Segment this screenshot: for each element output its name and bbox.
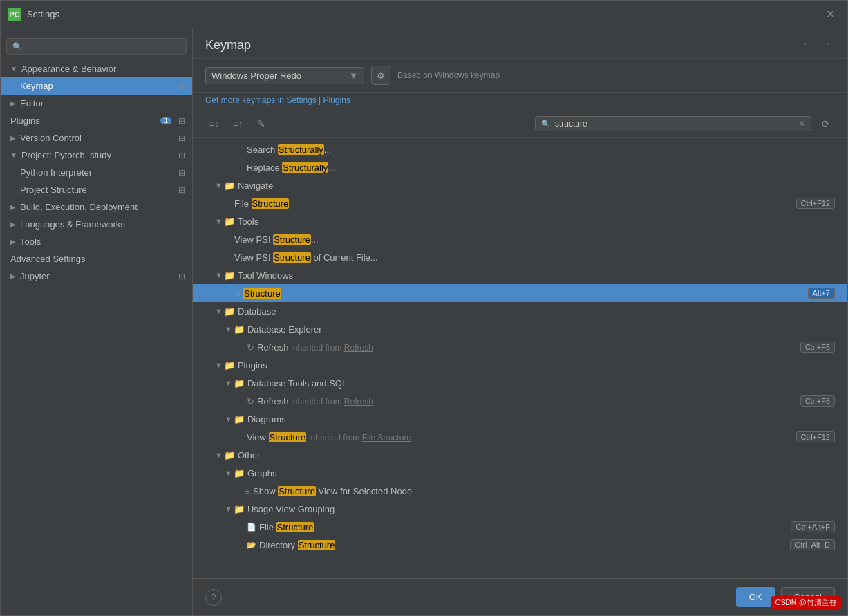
sidebar-item-python-interpreter[interactable]: Python Interpreter ⊟: [1, 164, 192, 181]
refresh-icon: ↻: [247, 396, 254, 407]
tree-row[interactable]: Search Structurally...: [193, 140, 847, 158]
project-icon: ⊟: [178, 151, 185, 160]
tree-row-show-structure[interactable]: ⊞ Show Structure View for Selected Node: [193, 482, 847, 500]
file-structure-icon: 📄: [247, 523, 256, 532]
chevron-right-icon: ▶: [10, 134, 16, 142]
sidebar-item-label: Python Interpreter: [20, 167, 92, 178]
edit-shortcut-button[interactable]: ✎: [252, 115, 270, 133]
sidebar-item-label: Version Control: [20, 133, 82, 143]
sidebar-item-project[interactable]: ▼ Project: Pytorch_study ⊟: [1, 147, 192, 164]
tree-row-view-psi-file[interactable]: View PSI Structure of Current File...: [193, 248, 847, 266]
jupyter-icon: ⊟: [178, 272, 185, 281]
tree-row-file-structure2[interactable]: 📄 File Structure Ctrl+Alt+F: [193, 518, 847, 536]
close-button[interactable]: ✕: [820, 5, 840, 24]
sidebar-search-input[interactable]: [25, 41, 180, 51]
tree-row-view-structure[interactable]: View Structure inherited from File Struc…: [193, 428, 847, 446]
tree-row-refresh-db[interactable]: ↻ Refresh inherited from Refresh Ctrl+F5: [193, 338, 847, 356]
tree-row-navigate[interactable]: ▼ 📁 Navigate: [193, 176, 847, 194]
folder-icon: 📁: [234, 378, 245, 389]
sidebar-item-keymap[interactable]: Keymap ⚙: [1, 77, 192, 95]
structure-icon: ⊞: [234, 289, 241, 298]
tree-row-usage-view[interactable]: ▼ 📁 Usage View Grouping: [193, 500, 847, 518]
tree-collapse-icon[interactable]: ▼: [225, 379, 232, 387]
tree-row-file-structure[interactable]: File Structure Ctrl+F12: [193, 194, 847, 212]
tree-row-diagrams[interactable]: ▼ 📁 Diagrams: [193, 410, 847, 428]
folder-icon: 📁: [234, 468, 245, 478]
tree-row-refresh-dbtools[interactable]: ↻ Refresh inherited from Refresh Ctrl+F5: [193, 392, 847, 410]
search-options-button[interactable]: ⟳: [817, 115, 835, 133]
directory-icon: 📂: [247, 541, 256, 550]
sidebar-item-languages[interactable]: ▶ Languages & Frameworks: [1, 216, 192, 233]
keymap-toolbar: Windows Proper Redo ▼ ⚙ Based on Windows…: [193, 59, 847, 93]
clear-search-button[interactable]: ✕: [798, 119, 805, 129]
keymap-search-input[interactable]: [555, 119, 794, 129]
sidebar-item-label: Keymap: [20, 81, 53, 91]
tree-row-db-tools[interactable]: ▼ 📁 Database Tools and SQL: [193, 374, 847, 392]
sidebar-item-plugins[interactable]: Plugins 1 ⊟: [1, 112, 192, 129]
tree-collapse-icon[interactable]: ▼: [225, 325, 232, 333]
tree-row-other[interactable]: ▼ 📁 Other: [193, 446, 847, 464]
tree-collapse-icon[interactable]: ▼: [215, 181, 223, 189]
tree-row-view-psi[interactable]: View PSI Structure...: [193, 230, 847, 248]
panel-title: Keymap ← →: [193, 28, 847, 59]
tree-collapse-icon[interactable]: ▼: [225, 469, 232, 477]
sidebar-search-icon: 🔍: [12, 42, 22, 51]
nav-back-button[interactable]: ←: [799, 35, 816, 52]
sidebar-item-tools[interactable]: ▶ Tools: [1, 233, 192, 250]
keymap-gear-button[interactable]: ⚙: [371, 66, 390, 85]
folder-icon: 📁: [234, 504, 245, 514]
tree-row-graphs[interactable]: ▼ 📁 Graphs: [193, 464, 847, 482]
tree-row-tools[interactable]: ▼ 📁 Tools: [193, 212, 847, 230]
sidebar-item-editor[interactable]: ▶ Editor: [1, 95, 192, 112]
collapse-all-button[interactable]: ≡↑: [229, 115, 247, 133]
chevron-down-icon: ▼: [10, 151, 17, 159]
sidebar-search-box[interactable]: 🔍: [6, 38, 187, 55]
keymap-title: Keymap: [205, 38, 251, 52]
sidebar-item-appearance[interactable]: ▼ Appearance & Behavior: [1, 60, 192, 77]
ok-button[interactable]: OK: [736, 587, 775, 607]
tree-row-database[interactable]: ▼ 📁 Database: [193, 302, 847, 320]
plugins-link[interactable]: Get more keymaps in Settings | Plugins: [193, 93, 847, 111]
tree-collapse-icon[interactable]: ▼: [215, 217, 223, 225]
sidebar-item-label: Project: Pytorch_study: [21, 150, 111, 160]
nav-forward-button[interactable]: →: [818, 35, 835, 52]
tree-collapse-icon[interactable]: ▼: [225, 505, 232, 513]
python-icon: ⊟: [178, 168, 185, 178]
tree-row-directory-structure[interactable]: 📂 Directory Structure Ctrl+Alt+D: [193, 536, 847, 554]
keymap-search-field[interactable]: 🔍 ✕: [535, 116, 811, 131]
settings-window: PC Settings ✕ 🔍 ▼ Appearance & Behavior …: [0, 0, 848, 616]
chevron-right-icon: ▶: [10, 272, 16, 280]
tree-row-structure[interactable]: ⊞ Structure Alt+7: [193, 284, 847, 302]
search-icon: 🔍: [541, 120, 551, 129]
tree-collapse-icon[interactable]: ▼: [215, 451, 223, 459]
sidebar-item-build[interactable]: ▶ Build, Execution, Deployment: [1, 198, 192, 216]
chevron-right-icon: ▶: [10, 238, 16, 245]
window-title: Settings: [27, 9, 59, 19]
tree-collapse-icon[interactable]: ▼: [215, 361, 223, 369]
title-bar-left: PC Settings: [8, 8, 59, 21]
tree-collapse-icon[interactable]: ▼: [215, 307, 223, 315]
sidebar-item-project-structure[interactable]: Project Structure ⊟: [1, 181, 192, 198]
keymap-selector[interactable]: Windows Proper Redo ▼: [205, 67, 364, 84]
tree-collapse-icon[interactable]: ▼: [225, 415, 232, 423]
tree-row[interactable]: Replace Structurally...: [193, 158, 847, 176]
app-icon: PC: [8, 8, 21, 21]
expand-all-button[interactable]: ≡↓: [205, 115, 223, 133]
help-button[interactable]: ?: [205, 589, 222, 606]
shortcut-badge: Ctrl+F12: [796, 431, 836, 442]
tree-row-tool-windows[interactable]: ▼ 📁 Tool Windows: [193, 266, 847, 284]
chevron-right-icon: ▶: [10, 221, 16, 228]
tree-row-db-explorer[interactable]: ▼ 📁 Database Explorer: [193, 320, 847, 338]
sidebar-item-advanced[interactable]: Advanced Settings: [1, 250, 192, 268]
sidebar: 🔍 ▼ Appearance & Behavior Keymap ⚙ ▶ Edi…: [1, 28, 193, 615]
folder-icon: 📁: [224, 450, 235, 460]
shortcut-badge: Ctrl+F5: [800, 342, 835, 353]
tree-collapse-icon[interactable]: ▼: [215, 271, 223, 279]
shortcut-badge: Ctrl+Alt+F: [791, 521, 835, 532]
sidebar-item-label: Build, Execution, Deployment: [20, 202, 138, 212]
sidebar-item-jupyter[interactable]: ▶ Jupyter ⊟: [1, 268, 192, 285]
tree-row-plugins[interactable]: ▼ 📁 Plugins: [193, 356, 847, 374]
main-content: 🔍 ▼ Appearance & Behavior Keymap ⚙ ▶ Edi…: [1, 28, 847, 615]
chevron-down-icon: ▼: [10, 65, 17, 73]
sidebar-item-version-control[interactable]: ▶ Version Control ⊟: [1, 129, 192, 147]
